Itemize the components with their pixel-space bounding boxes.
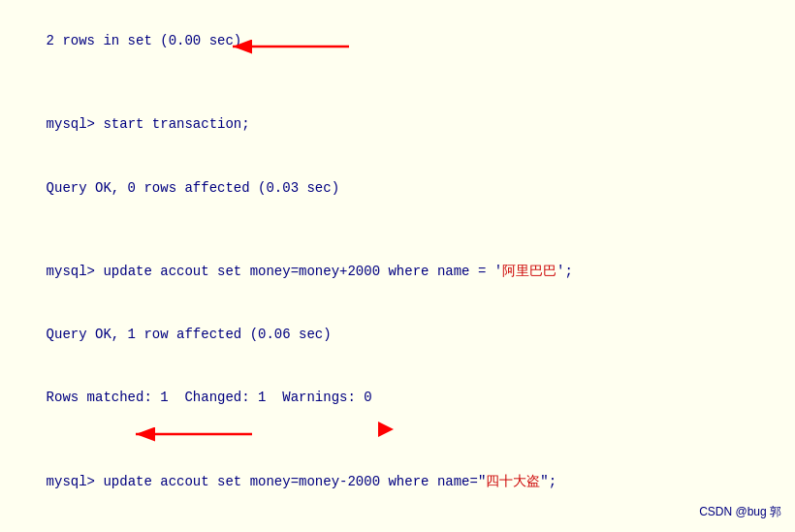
output-line-1: 2 rows in set (0.00 sec) bbox=[14, 10, 781, 73]
text: Query OK, 0 rows affected (0.03 sec) bbox=[47, 180, 339, 196]
prompt: mysql> bbox=[47, 474, 104, 489]
cmd-text: update accout set money=money+2000 where… bbox=[103, 264, 502, 279]
small-triangle-icon bbox=[378, 422, 394, 437]
prompt: mysql> bbox=[47, 116, 104, 132]
arrow-commit bbox=[126, 421, 262, 448]
cmd-text: update accout set money=money-2000 where… bbox=[103, 474, 486, 489]
text: Rows matched: 1 Changed: 1 Warnings: 0 bbox=[47, 390, 372, 405]
chinese-name-2: 四十大盗 bbox=[486, 474, 540, 489]
blank-1 bbox=[14, 73, 781, 94]
cmd-text: start transaction; bbox=[103, 116, 249, 132]
cmd-update-1: mysql> update accout set money=money+200… bbox=[14, 241, 781, 304]
cmd-update-2: mysql> update accout set money=money-200… bbox=[14, 451, 781, 514]
svg-marker-4 bbox=[378, 422, 394, 437]
cmd-text-2: '; bbox=[556, 264, 573, 279]
output-query-ok-3: Query OK, 1 row affected (0.01 sec) bbox=[14, 515, 781, 533]
prompt: mysql> bbox=[47, 264, 104, 279]
output-query-ok-1: Query OK, 0 rows affected (0.03 sec) bbox=[14, 157, 781, 220]
text: Query OK, 1 row affected (0.06 sec) bbox=[47, 327, 332, 342]
arrow-start-transaction bbox=[223, 33, 359, 60]
chinese-name: 阿里巴巴 bbox=[502, 264, 556, 279]
output-query-ok-2: Query OK, 1 row affected (0.06 sec) bbox=[14, 304, 781, 367]
terminal-window: 2 rows in set (0.00 sec) mysql> start tr… bbox=[0, 0, 795, 532]
blank-2 bbox=[14, 220, 781, 241]
cmd-text-3: "; bbox=[540, 474, 556, 489]
watermark-text: CSDN @bug 郭 bbox=[699, 505, 781, 518]
watermark: CSDN @bug 郭 bbox=[699, 504, 781, 520]
cmd-start-transaction: mysql> start transaction; bbox=[14, 94, 781, 157]
text: 2 rows in set (0.00 sec) bbox=[47, 33, 242, 48]
